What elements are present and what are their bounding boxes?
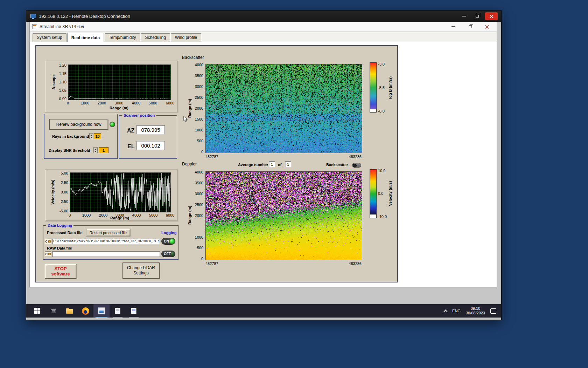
raw-logging-toggle[interactable]: OFF — [161, 251, 175, 257]
app-taskbar-button-2[interactable] — [110, 304, 126, 318]
app-restore-button[interactable] — [467, 23, 474, 30]
tab-wind-profile[interactable]: Wind profile — [171, 33, 201, 42]
velocity-plot-canvas — [70, 172, 171, 212]
raw-drive-button[interactable]: C — [45, 251, 51, 257]
backscatter-ytick: 500 — [189, 139, 203, 143]
close-icon — [485, 25, 489, 29]
ascope-xtick: 4000 — [132, 101, 140, 105]
average-count-field[interactable]: 1 — [285, 161, 291, 167]
average-number-label: Average number — [238, 163, 268, 167]
hidden-icons-chevron-icon[interactable] — [443, 309, 447, 313]
tab-real-time-data[interactable]: Real time data — [67, 33, 104, 42]
app-taskbar-button-3[interactable] — [126, 304, 142, 318]
ascope-xtick: 3000 — [115, 101, 123, 105]
backscatter-cbtick: -3.0 — [378, 62, 385, 66]
folder-icon — [66, 309, 73, 314]
renew-background-button[interactable]: Renew background now — [49, 119, 108, 130]
doppler-ytick: 0 — [189, 257, 203, 261]
stepper-down-icon — [90, 137, 92, 138]
doppler-cbtick: 0.0 — [378, 191, 383, 196]
scanner-position-title: Scanner position — [122, 113, 156, 117]
el-value-field[interactable]: 000.102 — [136, 141, 165, 150]
raw-data-file-path[interactable] — [52, 251, 160, 257]
az-label: AZ — [127, 128, 134, 134]
task-view-button[interactable] — [45, 304, 61, 318]
velocity-xtick: 6000 — [166, 213, 174, 217]
firefox-icon — [82, 307, 89, 315]
app-minimize-button[interactable] — [450, 23, 457, 30]
rays-in-background-field[interactable]: 10 — [94, 133, 101, 139]
ascope-ytick: 1.10 — [52, 80, 66, 84]
scanner-position-group: Scanner position AZ 078.995 EL 000.102 — [119, 115, 177, 159]
backscatter-doppler-toggle[interactable] — [352, 163, 361, 168]
language-indicator[interactable]: ENG — [452, 309, 461, 313]
ascope-xtick: 6000 — [166, 101, 174, 105]
backscatter-heatmap-canvas — [205, 64, 362, 153]
doppler-title: Doppler — [182, 162, 197, 166]
rdp-titlebar[interactable]: 192.168.0.122 - Remote Desktop Connectio… — [26, 11, 501, 22]
backscatter-xtick-right: 483286 — [349, 155, 362, 159]
tab-scheduling[interactable]: Scheduling — [141, 33, 170, 42]
velocity-xtick: 5000 — [149, 213, 158, 217]
file-explorer-button[interactable] — [61, 304, 77, 318]
processed-data-file-path[interactable]: C:\Lidar\Data\Proc\2023\202308\20230830\… — [52, 239, 160, 244]
restart-processed-file-button[interactable]: Restart processed file — [86, 229, 130, 236]
snr-threshold-field[interactable]: 1 — [99, 147, 108, 153]
doppler-ytick: 1000 — [189, 235, 203, 239]
firefox-button[interactable] — [77, 304, 93, 318]
ascope-plot-canvas — [68, 64, 171, 100]
velocity-ytick: -5.00 — [54, 209, 68, 213]
app-close-button[interactable] — [483, 23, 490, 30]
drive-letter: C — [45, 240, 48, 243]
action-center-icon[interactable] — [490, 308, 496, 314]
rays-stepper[interactable] — [89, 133, 93, 139]
app-icon — [32, 24, 37, 29]
taskbar-clock[interactable]: 09:10 30/08/2023 — [466, 306, 485, 315]
doppler-ytick: 3000 — [189, 192, 203, 196]
backscatter-colorbar — [370, 62, 377, 113]
minimize-icon — [451, 26, 455, 27]
restore-icon — [476, 15, 479, 18]
ascope-x-axis-label: Range (m) — [110, 106, 128, 110]
windows-logo-icon — [34, 308, 40, 314]
clock-date: 30/08/2023 — [466, 311, 485, 315]
start-button[interactable] — [29, 304, 45, 318]
backscatter-colorbar-label: log B (/m/sr) — [388, 76, 392, 99]
of-label: of — [278, 163, 281, 167]
tab-system-setup[interactable]: System setup — [33, 33, 66, 42]
backscatter-ytick: 3500 — [189, 74, 203, 78]
snr-stepper[interactable] — [93, 147, 98, 153]
processed-data-file-label: Processed Data file — [47, 231, 83, 235]
rdp-restore-button[interactable] — [472, 12, 482, 20]
rays-in-background-label: Rays in background — [52, 134, 89, 138]
processed-logging-toggle[interactable]: ON — [161, 238, 175, 245]
velocity-graph: Velocity (m/s) 5.00 2.50 0.00 -2.50 -5.0… — [45, 169, 178, 221]
streamline-taskbar-button[interactable] — [93, 304, 110, 318]
on-label: ON — [164, 239, 169, 243]
streamline-window: StreamLine XR v14-6.vi System setup Real… — [29, 22, 497, 287]
stepper-up-icon — [94, 149, 97, 150]
app-titlebar[interactable]: StreamLine XR v14-6.vi — [30, 22, 497, 32]
backscatter-ytick: 3000 — [189, 84, 203, 89]
average-number-field[interactable]: 1 — [269, 161, 275, 167]
doppler-cbtick: 10.0 — [378, 169, 385, 173]
processed-drive-button[interactable]: C — [45, 239, 51, 244]
doppler-xtick-left: 482787 — [205, 261, 218, 266]
rdp-icon — [30, 14, 36, 18]
rdp-minimize-button[interactable] — [458, 12, 469, 20]
tab-temp-humidity[interactable]: Temp/humidity — [105, 33, 140, 42]
ascope-ytick: 1.20 — [52, 63, 66, 67]
stop-software-button[interactable]: STOP software — [45, 264, 76, 279]
mouse-cursor — [183, 116, 188, 122]
rdp-window-controls — [458, 12, 498, 20]
change-lidar-settings-button[interactable]: Change LiDAR Settings — [122, 263, 160, 279]
close-icon — [490, 14, 493, 18]
ascope-ytick: 0.99 — [52, 97, 66, 101]
doppler-colorbar — [370, 169, 377, 218]
stop-line: STOP — [54, 266, 66, 271]
ascope-xtick: 0 — [67, 101, 69, 105]
streamline-app-icon — [98, 307, 105, 314]
az-value-field[interactable]: 078.995 — [136, 125, 165, 134]
off-label: OFF — [164, 252, 171, 256]
rdp-close-button[interactable] — [485, 12, 498, 20]
